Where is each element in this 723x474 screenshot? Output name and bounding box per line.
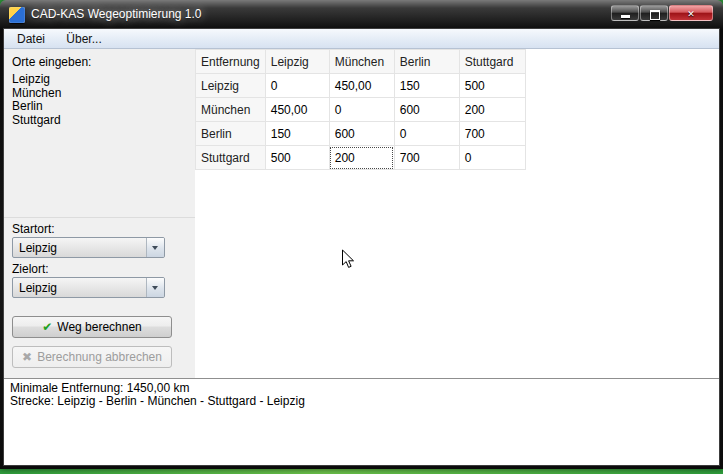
close-button[interactable]: ✕	[669, 5, 713, 21]
result-panel: Minimale Entfernung: 1450,00 km Strecke:…	[4, 378, 719, 465]
row-label[interactable]: München	[196, 98, 266, 122]
checkmark-icon: ✔	[42, 320, 52, 334]
grid-cell[interactable]: 0	[265, 74, 329, 98]
grid-cell[interactable]: 600	[329, 122, 394, 146]
grid-cell[interactable]: 450,00	[265, 98, 329, 122]
header-entfernung[interactable]: Entfernung	[196, 50, 266, 74]
header-leipzig[interactable]: Leipzig	[265, 50, 329, 74]
list-item-stuttgard[interactable]: Stuttgard	[12, 114, 187, 128]
title-bar[interactable]: CAD-KAS Wegeoptimierung 1.0 ✕	[0, 0, 723, 29]
grid-cell[interactable]: 0	[394, 122, 459, 146]
grid-cell[interactable]: 200	[459, 98, 525, 122]
row-label[interactable]: Stuttgard	[196, 146, 266, 170]
maximize-button[interactable]	[640, 5, 668, 21]
list-item-muenchen[interactable]: München	[12, 87, 187, 101]
menu-bar: Datei Über...	[4, 29, 719, 49]
table-header-row: Entfernung Leipzig München Berlin Stuttg…	[196, 50, 526, 74]
zielort-dropdown-button[interactable]	[146, 278, 164, 297]
minimize-button[interactable]	[611, 5, 639, 21]
berechnung-abbrechen-label: Berechnung abbrechen	[37, 350, 162, 364]
list-item-berlin[interactable]: Berlin	[12, 100, 187, 114]
app-window: CAD-KAS Wegeoptimierung 1.0 ✕ Datei Über…	[0, 0, 723, 469]
main-area: Entfernung Leipzig München Berlin Stuttg…	[195, 49, 719, 378]
close-icon: ✕	[687, 9, 695, 19]
grid-cell[interactable]: 500	[459, 74, 525, 98]
zielort-value: Leipzig	[19, 281, 57, 295]
berechnung-abbrechen-button[interactable]: ✖Berechnung abbrechen	[12, 346, 172, 368]
orte-eingeben-label: Orte eingeben:	[12, 55, 91, 69]
table-row: Stuttgard 500 200 700 0	[196, 146, 526, 170]
grid-cell[interactable]: 0	[459, 146, 525, 170]
row-label[interactable]: Leipzig	[196, 74, 266, 98]
startort-value: Leipzig	[19, 241, 57, 255]
app-icon	[9, 7, 25, 23]
grid-cell[interactable]: 500	[265, 146, 329, 170]
header-muenchen[interactable]: München	[329, 50, 394, 74]
chevron-down-icon	[152, 286, 158, 290]
row-label[interactable]: Berlin	[196, 122, 266, 146]
grid-cell[interactable]: 150	[265, 122, 329, 146]
list-item-leipzig[interactable]: Leipzig	[12, 73, 187, 87]
left-panel: Orte eingeben: Leipzig München Berlin St…	[4, 49, 195, 378]
distance-table: Entfernung Leipzig München Berlin Stuttg…	[195, 49, 526, 170]
startort-dropdown[interactable]: Leipzig	[12, 237, 165, 258]
client-area: Datei Über... Orte eingeben: Leipzig Mün…	[4, 29, 719, 465]
chevron-down-icon	[152, 246, 158, 250]
table-row: Berlin 150 600 0 700	[196, 122, 526, 146]
grid-cell[interactable]: 700	[459, 122, 525, 146]
header-stuttgard[interactable]: Stuttgard	[459, 50, 525, 74]
zielort-label: Zielort:	[12, 262, 49, 276]
maximize-icon	[650, 10, 660, 20]
grid-cell[interactable]: 600	[394, 98, 459, 122]
table-row: München 450,00 0 600 200	[196, 98, 526, 122]
grid-cell-selected[interactable]: 200	[329, 146, 394, 170]
grid-cell[interactable]: 700	[394, 146, 459, 170]
table-row: Leipzig 0 450,00 150 500	[196, 74, 526, 98]
grid-cell[interactable]: 150	[394, 74, 459, 98]
weg-berechnen-label: Weg berechnen	[57, 320, 142, 334]
cross-icon: ✖	[22, 350, 32, 364]
menu-item-datei[interactable]: Datei	[8, 29, 54, 49]
panel-divider	[4, 217, 195, 218]
orte-listbox[interactable]: Leipzig München Berlin Stuttgard	[12, 73, 187, 127]
minimize-icon	[621, 15, 630, 18]
grid-cell[interactable]: 450,00	[329, 74, 394, 98]
header-berlin[interactable]: Berlin	[394, 50, 459, 74]
weg-berechnen-button[interactable]: ✔Weg berechnen	[12, 316, 172, 338]
grid-cell[interactable]: 0	[329, 98, 394, 122]
zielort-dropdown[interactable]: Leipzig	[12, 277, 165, 298]
startort-label: Startort:	[12, 222, 55, 236]
route-text: Strecke: Leipzig - Berlin - München - St…	[10, 395, 713, 408]
window-title: CAD-KAS Wegeoptimierung 1.0	[31, 7, 202, 21]
menu-item-ueber[interactable]: Über...	[57, 29, 110, 49]
startort-dropdown-button[interactable]	[146, 238, 164, 257]
